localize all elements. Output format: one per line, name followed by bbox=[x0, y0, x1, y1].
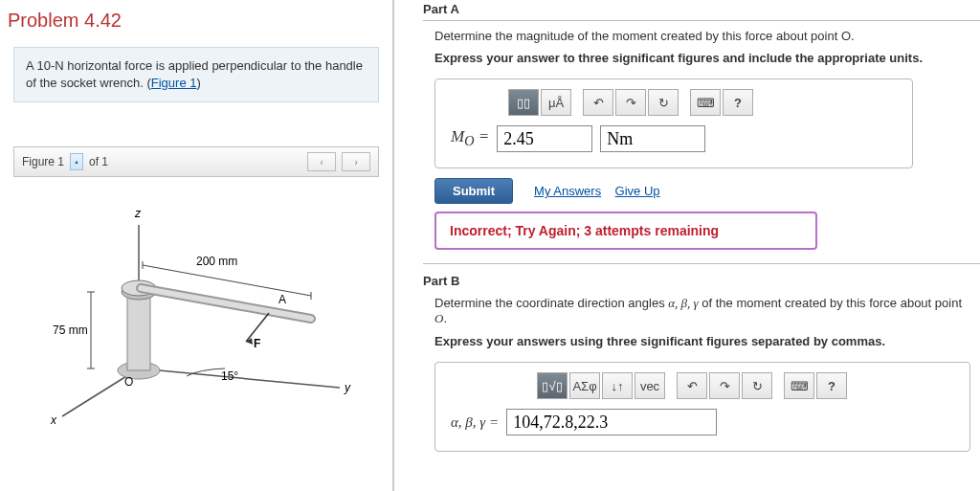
part-b-instruction: Express your answers using three signifi… bbox=[434, 334, 970, 348]
part-a-answer-row: MO = bbox=[451, 125, 897, 152]
part-b-header: Part B bbox=[423, 274, 980, 288]
figure-label: Figure 1 bbox=[22, 155, 64, 168]
part-b-q2: of the moment created by this force abou… bbox=[699, 296, 962, 310]
figure-svg: x y z O bbox=[24, 196, 368, 435]
problem-title: Problem 4.42 bbox=[0, 0, 392, 47]
part-b-q-o: O bbox=[434, 311, 443, 325]
figure-prev-button[interactable]: ‹ bbox=[307, 152, 336, 171]
undo-icon-b[interactable]: ↶ bbox=[677, 372, 707, 399]
moment-label-m: M bbox=[451, 127, 464, 145]
tool-template-icon[interactable]: ▯▯ bbox=[508, 89, 539, 116]
moment-label-sub: O bbox=[464, 134, 474, 149]
svg-marker-17 bbox=[246, 338, 253, 345]
feedback-message: Incorrect; Try Again; 3 attempts remaini… bbox=[434, 212, 817, 250]
tool-greek-icon[interactable]: ΑΣφ bbox=[569, 372, 600, 399]
dim-200mm: 200 mm bbox=[196, 255, 237, 268]
help-icon-b[interactable]: ? bbox=[816, 372, 847, 399]
part-b-q-syms: α, β, γ bbox=[668, 296, 698, 310]
part-a-toolbar: ▯▯ μÅ ↶ ↷ ↻ ⌨ ? bbox=[508, 89, 897, 116]
point-a-label: A bbox=[278, 293, 286, 306]
part-b-q1: Determine the coordinate direction angle… bbox=[434, 296, 668, 310]
part-b-answer-row: α, β, γ = bbox=[451, 409, 954, 435]
keyboard-icon-b[interactable]: ⌨ bbox=[784, 372, 814, 399]
svg-line-1 bbox=[139, 368, 340, 388]
point-o-label: O bbox=[124, 375, 133, 389]
part-b-q3: . bbox=[443, 311, 447, 325]
tool-subsup-icon[interactable]: ↓↑ bbox=[602, 372, 633, 399]
tool-units-icon[interactable]: μÅ bbox=[541, 89, 571, 116]
part-a-instruction: Express your answer to three significant… bbox=[434, 51, 970, 65]
part-b-toolbar: ▯√▯ ΑΣφ ↓↑ vec ↶ ↷ ↻ ⌨ ? bbox=[537, 372, 954, 399]
my-answers-link[interactable]: My Answers bbox=[534, 184, 601, 198]
figure-next-button[interactable]: › bbox=[342, 152, 370, 171]
angle-label: 15° bbox=[221, 369, 238, 383]
figure-nav-bar: Figure 1 of 1 ‹ › bbox=[13, 146, 379, 177]
moment-label-eq: = bbox=[474, 127, 489, 145]
part-a-question-text: Determine the magnitude of the moment cr… bbox=[434, 29, 855, 43]
reset-icon[interactable]: ↻ bbox=[648, 89, 679, 116]
part-b-question: Determine the coordinate direction angle… bbox=[434, 296, 970, 326]
unit-input[interactable] bbox=[600, 125, 705, 152]
desc-force-unit: N bbox=[55, 58, 63, 73]
part-a-submit-row: Submit My Answers Give Up bbox=[434, 178, 970, 204]
redo-icon-b[interactable]: ↷ bbox=[709, 372, 740, 399]
axis-y-label: y bbox=[344, 381, 351, 394]
angles-label: α, β, γ = bbox=[451, 414, 499, 431]
spinner-up-icon[interactable] bbox=[71, 154, 82, 169]
part-b-answer-box: ▯√▯ ΑΣφ ↓↑ vec ↶ ↷ ↻ ⌨ ? α, β, γ = bbox=[434, 362, 970, 452]
desc-text-3: ) bbox=[196, 76, 200, 90]
figure-area: x y z O bbox=[13, 187, 379, 445]
give-up-link[interactable]: Give Up bbox=[615, 184, 660, 198]
value-input[interactable] bbox=[497, 125, 592, 152]
dim-75mm: 75 mm bbox=[53, 324, 88, 337]
part-a-question: Determine the magnitude of the moment cr… bbox=[434, 29, 970, 43]
desc-text-1: A 10- bbox=[26, 58, 55, 73]
axis-x-label: x bbox=[50, 413, 57, 427]
figure-spinner[interactable] bbox=[70, 153, 83, 170]
help-icon[interactable]: ? bbox=[723, 89, 753, 116]
keyboard-icon[interactable]: ⌨ bbox=[690, 89, 721, 116]
moment-label: MO = bbox=[451, 127, 489, 149]
undo-icon[interactable]: ↶ bbox=[583, 89, 613, 116]
problem-description: A 10-N horizontal force is applied perpe… bbox=[13, 47, 379, 102]
part-a-header: Part A bbox=[423, 0, 980, 21]
part-divider bbox=[423, 263, 980, 264]
submit-button[interactable]: Submit bbox=[434, 178, 513, 204]
svg-rect-4 bbox=[127, 292, 150, 370]
reset-icon-b[interactable]: ↻ bbox=[742, 372, 772, 399]
figure-link[interactable]: Figure 1 bbox=[151, 76, 197, 90]
figure-of-text: of 1 bbox=[89, 155, 108, 168]
redo-icon[interactable]: ↷ bbox=[615, 89, 646, 116]
part-a-answer-box: ▯▯ μÅ ↶ ↷ ↻ ⌨ ? MO = bbox=[434, 78, 913, 168]
axis-z-label: z bbox=[134, 207, 142, 220]
angles-input[interactable] bbox=[506, 409, 717, 435]
force-f-label: F bbox=[254, 337, 260, 350]
tool-sqrt-icon[interactable]: ▯√▯ bbox=[537, 372, 568, 399]
tool-vec-icon[interactable]: vec bbox=[635, 372, 665, 399]
